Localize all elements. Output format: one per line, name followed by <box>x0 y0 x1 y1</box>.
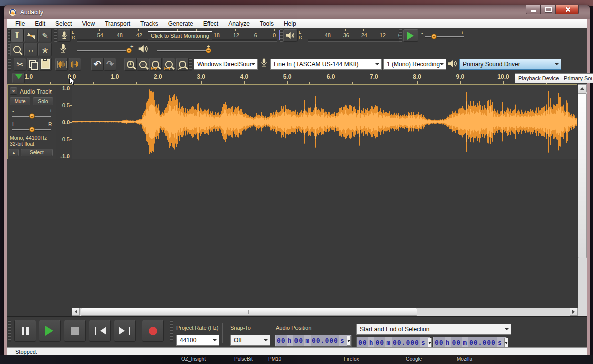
audio-host-combo[interactable]: Windows DirectSour <box>194 59 258 70</box>
zoom-selection-button[interactable] <box>149 58 162 71</box>
silence-audio-button[interactable] <box>69 58 81 71</box>
mute-button[interactable]: Mute <box>10 97 30 105</box>
project-rate-combo[interactable]: 44100 <box>176 335 219 346</box>
hscroll-left-button[interactable] <box>72 308 80 316</box>
recording-channels-combo[interactable]: 1 (Mono) Recording <box>383 59 446 70</box>
audio-position-field-segment[interactable]: 00 <box>293 335 304 346</box>
multi-tool-button[interactable]: * <box>38 43 52 56</box>
zoom-tool-button[interactable] <box>10 43 24 56</box>
selection-start-field-segment[interactable]: h <box>368 337 375 348</box>
menu-tracks[interactable]: Tracks <box>135 19 163 28</box>
maximize-button[interactable] <box>541 5 556 14</box>
paste-button[interactable] <box>39 58 52 71</box>
audio-position-field-segment[interactable]: 00 <box>276 335 287 346</box>
input-volume-slider[interactable] <box>77 50 132 52</box>
desktop-icon-label[interactable]: OZ_Insight <box>181 356 206 362</box>
desktop-icon-label[interactable]: PulseBit <box>234 356 253 362</box>
vscroll-up-button[interactable] <box>578 84 587 92</box>
timeline-ruler[interactable]: 1.00.01.02.03.04.05.06.07.08.09.010.0 <box>7 72 587 85</box>
play-button[interactable] <box>39 320 61 342</box>
audio-position-field-segment[interactable]: m <box>304 335 311 346</box>
copy-button[interactable] <box>27 58 39 71</box>
hscroll-thumb[interactable] <box>81 308 417 316</box>
menu-help[interactable]: Help <box>279 19 302 28</box>
selection-start-field-segment[interactable]: 00 <box>357 337 368 348</box>
edit-toolbar-grip[interactable] <box>8 58 11 71</box>
vscroll-thumb[interactable] <box>578 93 587 258</box>
selection-end-field-segment[interactable]: m <box>462 337 468 348</box>
hscroll-right-button[interactable] <box>570 308 578 316</box>
selection-start-field-segment[interactable]: s <box>420 337 427 348</box>
draw-tool-button[interactable]: ✎ <box>38 29 52 42</box>
selection-end-field-spinner[interactable] <box>504 338 508 348</box>
desktop-icon-label[interactable]: Mozilla <box>457 356 472 362</box>
audio-position-field-segment[interactable]: 00.000 <box>311 335 339 346</box>
playback-device-combo[interactable]: Primary Sound Driver <box>459 59 561 70</box>
pause-button[interactable] <box>14 320 36 342</box>
track-select-button[interactable]: Select <box>21 149 53 156</box>
zoom-in-button[interactable]: + <box>124 58 137 71</box>
desktop-icon-label[interactable]: PM10 <box>268 356 281 362</box>
selection-mode-combo[interactable]: Start and End of Selection <box>356 324 511 335</box>
track-menu-dropdown-icon[interactable]: ▼ <box>49 89 53 93</box>
desktop-icon-label[interactable]: Firefox <box>344 356 359 362</box>
menu-transport[interactable]: Transport <box>100 19 135 28</box>
selection-start-field-segment[interactable]: 00 <box>374 337 385 348</box>
audio-position-field-segment[interactable]: h <box>287 335 293 346</box>
zoom-out-button[interactable]: − <box>137 58 149 71</box>
menu-select[interactable]: Select <box>50 19 77 28</box>
recording-meter-mic-icon[interactable] <box>58 29 71 42</box>
snap-to-combo[interactable]: Off <box>230 335 270 346</box>
zoom-toggle-button[interactable] <box>176 58 189 71</box>
skip-to-start-button[interactable] <box>89 320 111 342</box>
gain-slider-thumb[interactable] <box>29 113 35 119</box>
track-collapse-button[interactable]: ▲ <box>9 149 19 156</box>
playback-meter-speaker-icon[interactable] <box>283 29 298 42</box>
zoom-fit-button[interactable] <box>163 58 175 71</box>
redo-button[interactable]: ↷ <box>104 58 116 71</box>
desktop-icon-label[interactable]: Google <box>406 356 422 362</box>
selection-end-field-segment[interactable]: 00.000 <box>468 337 497 348</box>
menu-edit[interactable]: Edit <box>30 19 50 28</box>
title-bar[interactable]: Audacity <box>4 5 590 20</box>
monitoring-tooltip[interactable]: Click to Start Monitoring <box>148 31 212 40</box>
selection-end-field-segment[interactable]: 00 <box>451 337 462 348</box>
play-speed-grip[interactable] <box>399 29 402 42</box>
audio-position-field-spinner[interactable] <box>347 336 351 346</box>
undo-button[interactable]: ↶ <box>91 58 104 71</box>
selection-start-field-segment[interactable]: 00.000 <box>392 337 420 348</box>
pan-slider-thumb[interactable] <box>29 127 35 132</box>
envelope-tool-button[interactable] <box>24 29 38 42</box>
transport-toolbar-grip[interactable] <box>8 320 11 342</box>
menu-view[interactable]: View <box>77 19 100 28</box>
output-volume-slider[interactable] <box>157 50 210 52</box>
close-button[interactable] <box>556 5 579 14</box>
minimize-button[interactable] <box>526 5 541 14</box>
menu-effect[interactable]: Effect <box>198 19 223 28</box>
trim-audio-button[interactable] <box>55 58 68 71</box>
solo-button[interactable]: Solo <box>33 97 53 105</box>
timeline-pin-button[interactable] <box>12 73 25 83</box>
input-volume-slider-thumb[interactable] <box>126 48 132 53</box>
play-speed-slider-thumb[interactable] <box>431 34 437 39</box>
device-toolbar-grip[interactable] <box>189 58 192 71</box>
menu-analyze[interactable]: Analyze <box>223 19 255 28</box>
selection-tool-button[interactable]: I <box>10 29 24 42</box>
selection-end-field-segment[interactable]: 00 <box>434 337 445 348</box>
selection-start-field-segment[interactable]: m <box>385 337 392 348</box>
play-at-speed-button[interactable] <box>403 29 418 42</box>
waveform-display[interactable] <box>72 85 577 159</box>
output-volume-slider-thumb[interactable] <box>206 48 211 53</box>
recording-meter-grip[interactable] <box>54 29 57 42</box>
playback-meter-bar[interactable] <box>308 39 401 42</box>
selection-end-field-segment[interactable]: h <box>445 337 451 348</box>
audio-position-field[interactable]: 00h00m00.000s <box>275 335 352 347</box>
selection-end-field-segment[interactable]: s <box>497 337 503 348</box>
skip-to-end-button[interactable] <box>114 320 136 342</box>
playback-meter-grip[interactable] <box>280 29 283 42</box>
recording-device-combo[interactable]: Line In (TASCAM US-144 MKII) <box>270 59 382 70</box>
stop-button[interactable] <box>64 320 86 342</box>
track-close-button[interactable]: ✕ <box>10 87 17 95</box>
selection-toolbar-grip[interactable] <box>170 320 173 342</box>
record-button[interactable] <box>142 320 164 342</box>
